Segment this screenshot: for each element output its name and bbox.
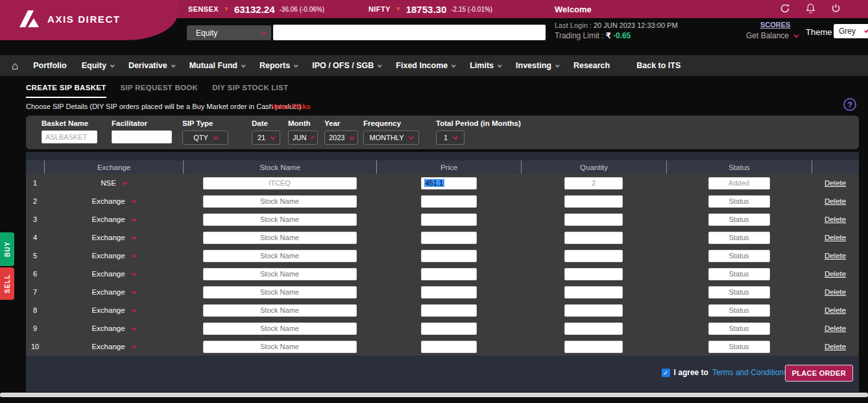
nav-item-label: Investing — [516, 61, 551, 70]
search-category-select[interactable]: Equity — [187, 25, 271, 40]
theme-select[interactable]: Grey — [834, 24, 868, 38]
stock-name-input[interactable] — [203, 177, 357, 189]
nav-item-mutual-fund[interactable]: Mutual Fund — [189, 61, 245, 70]
delete-row-link[interactable]: Delete — [825, 252, 846, 260]
quantity-input[interactable] — [564, 286, 623, 299]
delete-row-link[interactable]: Delete — [825, 306, 846, 314]
search-category-value: Equity — [196, 29, 217, 38]
exchange-select[interactable]: NSE — [101, 179, 127, 187]
delete-row-link[interactable]: Delete — [825, 324, 846, 332]
sip-type-label: SIP Type — [182, 119, 228, 127]
scores-link[interactable]: SCORES — [760, 21, 790, 29]
stock-name-input[interactable] — [203, 268, 357, 280]
price-input[interactable] — [421, 286, 477, 299]
frequency-value: MONTHLY — [370, 134, 404, 141]
tab-sip-request-book[interactable]: SIP REQUEST BOOK — [121, 84, 199, 98]
nav-item-research[interactable]: Research — [573, 61, 610, 70]
buy-side-tab[interactable]: BUY — [0, 232, 14, 266]
help-icon[interactable]: ? — [843, 98, 856, 111]
nav-item-derivative[interactable]: Derivative — [128, 61, 175, 70]
tab-diy-sip-stock-list[interactable]: DIY SIP STOCK LIST — [212, 84, 288, 98]
exchange-select[interactable]: Exchange — [91, 234, 135, 241]
get-balance-link[interactable]: Get Balance — [746, 31, 798, 40]
global-search-input[interactable] — [273, 25, 546, 40]
stock-name-input[interactable] — [203, 341, 357, 353]
quantity-input[interactable] — [564, 323, 623, 335]
nifty-change: -2.15 (-0.01%) — [451, 6, 492, 13]
nav-item-ipo-ofs-sgb[interactable]: IPO / OFS / SGB — [312, 61, 381, 70]
stock-name-input[interactable] — [203, 250, 357, 262]
sip-type-select[interactable]: QTY — [182, 130, 228, 145]
stock-name-input[interactable] — [203, 195, 357, 208]
exchange-select[interactable]: Exchange — [91, 288, 135, 296]
terms-checkbox[interactable]: ✓ — [662, 369, 670, 377]
price-input[interactable] — [421, 268, 477, 280]
nav-item-back-to-its[interactable]: Back to ITS — [636, 61, 681, 70]
nav-item-limits[interactable]: Limits — [470, 61, 501, 70]
quantity-input[interactable] — [564, 177, 623, 189]
brand-logo[interactable]: AXIS DIRECT — [19, 10, 121, 27]
home-icon[interactable]: ⌂ — [12, 60, 18, 71]
delete-row-link[interactable]: Delete — [825, 343, 846, 350]
quantity-input[interactable] — [564, 195, 623, 208]
delete-row-link[interactable]: Delete — [825, 179, 846, 187]
quantity-input[interactable] — [564, 214, 623, 226]
nav-item-portfolio[interactable]: Portfolio — [33, 61, 66, 70]
month-select[interactable]: JUN — [288, 130, 318, 145]
price-input[interactable] — [421, 341, 477, 353]
price-input[interactable] — [421, 214, 477, 226]
refresh-icon[interactable] — [780, 3, 790, 14]
header-icons — [780, 3, 841, 14]
quantity-input[interactable] — [564, 341, 623, 353]
header-cell-price: Price — [376, 160, 521, 174]
exchange-select[interactable]: Exchange — [91, 343, 135, 350]
delete-row-link[interactable]: Delete — [825, 270, 846, 278]
price-input[interactable] — [421, 323, 477, 335]
exchange-select[interactable]: Exchange — [91, 215, 135, 223]
exchange-select[interactable]: Exchange — [91, 324, 135, 332]
frequency-select[interactable]: MONTHLY — [363, 130, 419, 145]
stock-name-input[interactable] — [203, 304, 357, 317]
exchange-select[interactable]: Exchange — [91, 306, 135, 314]
quantity-input[interactable] — [564, 304, 623, 317]
delete-row-link[interactable]: Delete — [825, 215, 846, 223]
exchange-select[interactable]: Exchange — [91, 197, 135, 205]
price-input[interactable] — [421, 232, 477, 244]
date-select[interactable]: 21 — [252, 130, 280, 145]
delete-row-link[interactable]: Delete — [825, 234, 846, 241]
tab-create-sip-basket[interactable]: CREATE SIP BASKET — [26, 84, 106, 98]
nav-item-fixed-income[interactable]: Fixed Income — [396, 61, 455, 70]
chevron-down-icon — [271, 134, 276, 140]
bell-icon[interactable] — [806, 3, 815, 14]
quantity-input[interactable] — [564, 232, 623, 244]
nav-item-equity[interactable]: Equity — [82, 61, 114, 70]
power-icon[interactable] — [831, 3, 841, 14]
stock-name-input[interactable] — [203, 323, 357, 335]
price-input[interactable]: 451.1 — [421, 177, 477, 189]
year-select[interactable]: 2023 — [324, 130, 358, 145]
horizontal-scrollbar[interactable] — [0, 393, 868, 397]
stock-name-input[interactable] — [203, 214, 357, 226]
price-input[interactable] — [421, 304, 477, 317]
basket-name-input[interactable] — [42, 130, 97, 143]
place-order-button[interactable]: PLACE ORDER — [785, 365, 853, 382]
total-period-select[interactable]: 1 — [436, 130, 464, 145]
value-picks-link[interactable]: Value Picks — [271, 103, 311, 110]
stock-name-input[interactable] — [203, 232, 357, 244]
nav-item-investing[interactable]: Investing — [516, 61, 559, 70]
exchange-select[interactable]: Exchange — [91, 252, 135, 260]
price-input[interactable] — [421, 195, 477, 208]
quantity-input[interactable] — [564, 250, 623, 262]
row-number: 3 — [26, 215, 44, 223]
row-number: 7 — [26, 288, 44, 296]
delete-row-link[interactable]: Delete — [825, 288, 846, 296]
facilitator-input[interactable] — [112, 130, 172, 143]
stock-name-input[interactable] — [203, 286, 357, 299]
quantity-input[interactable] — [564, 268, 623, 280]
terms-and-conditions-link[interactable]: Terms and Conditions — [712, 368, 788, 377]
exchange-select[interactable]: Exchange — [91, 270, 135, 278]
sell-side-tab[interactable]: SELL — [0, 267, 14, 300]
delete-row-link[interactable]: Delete — [825, 197, 846, 205]
price-input[interactable] — [421, 250, 477, 262]
nav-item-reports[interactable]: Reports — [259, 61, 297, 70]
